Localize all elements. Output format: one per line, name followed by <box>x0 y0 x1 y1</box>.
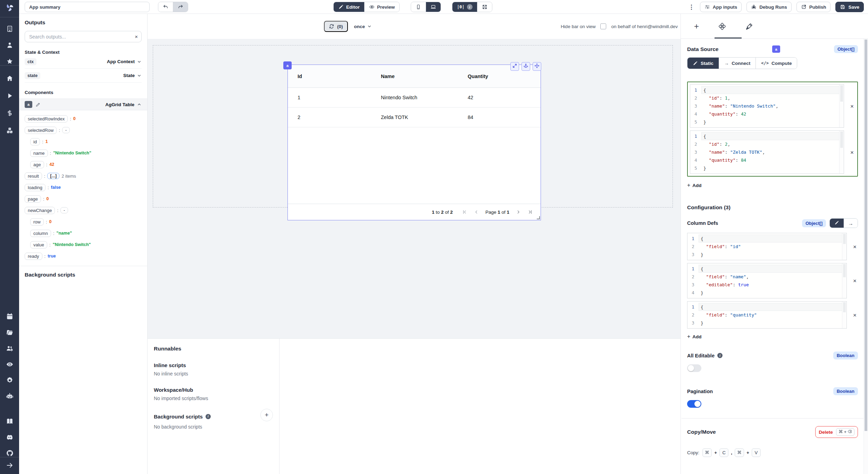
connect-mode-button[interactable]: → <box>844 219 858 228</box>
save-button[interactable]: Save <box>835 2 864 12</box>
column-header-name[interactable]: Name <box>371 74 458 79</box>
runs-icon[interactable] <box>6 92 14 100</box>
panel-scrollbar[interactable] <box>863 39 868 474</box>
delete-component-button[interactable]: Delete + <box>815 426 858 438</box>
hide-bar-checkbox[interactable] <box>600 24 606 29</box>
windmill-logo-icon[interactable] <box>5 3 14 12</box>
folders-icon[interactable] <box>6 329 14 336</box>
output-key-pill[interactable]: loading <box>25 184 45 191</box>
fullscreen-button[interactable] <box>477 2 492 12</box>
output-value[interactable]: - <box>60 207 68 213</box>
ctx-row[interactable]: ctx App Context <box>25 55 142 69</box>
table-cell[interactable]: 2 <box>288 115 371 120</box>
json-editor[interactable]: 12345{ "id": 2, "name": "Zelda TOTK", "q… <box>690 130 844 174</box>
component-id-badge[interactable]: a <box>772 45 780 53</box>
user-icon[interactable] <box>6 41 14 49</box>
pagination-toggle[interactable] <box>687 400 701 408</box>
output-key-pill[interactable]: age <box>30 161 44 168</box>
publish-button[interactable]: Publish <box>796 2 831 12</box>
resources-icon[interactable] <box>6 127 14 134</box>
output-key-pill[interactable]: result <box>25 172 42 180</box>
anchor-component-button[interactable] <box>521 62 530 71</box>
desktop-view-button[interactable] <box>426 2 441 12</box>
redo-button[interactable] <box>173 2 188 12</box>
docs-icon[interactable] <box>6 417 14 425</box>
expand-sidebar-icon[interactable] <box>6 462 14 469</box>
editor-scrollbar[interactable] <box>842 233 846 260</box>
table-cell[interactable]: Nintendo Switch <box>371 95 458 100</box>
output-key-pill[interactable]: column <box>30 230 51 237</box>
output-key-pill[interactable]: newChange <box>25 207 55 214</box>
github-icon[interactable] <box>6 449 14 457</box>
output-key-pill[interactable]: value <box>30 241 47 248</box>
groups-icon[interactable] <box>6 345 14 352</box>
clear-search-icon[interactable]: × <box>135 34 138 40</box>
variables-icon[interactable] <box>6 109 14 117</box>
table-row[interactable]: 2Zelda TOTK84 <box>288 108 541 127</box>
code-lines[interactable]: { "id": 2, "name": "Zelda TOTK", "quanti… <box>701 131 844 173</box>
favorites-icon[interactable] <box>6 58 14 65</box>
settings-icon[interactable] <box>6 376 14 384</box>
table-cell[interactable]: 42 <box>458 95 541 100</box>
workspace-icon[interactable] <box>6 25 14 33</box>
first-page-icon[interactable] <box>462 209 467 215</box>
preview-tab[interactable]: Preview <box>364 2 399 12</box>
home-icon[interactable] <box>6 75 14 82</box>
audit-logs-icon[interactable] <box>6 361 14 368</box>
column-header-id[interactable]: Id <box>288 74 371 79</box>
editor-scrollbar[interactable] <box>839 131 844 173</box>
output-key-pill[interactable]: ready <box>25 253 42 260</box>
table-row[interactable]: 1Nintendo Switch42 <box>288 88 541 108</box>
table-cell[interactable]: 84 <box>458 115 541 120</box>
code-lines[interactable]: { "field": "quantity"} <box>699 302 846 328</box>
prev-page-icon[interactable] <box>474 209 479 215</box>
add-background-script-button[interactable]: + <box>260 409 273 421</box>
aggrid-component[interactable]: a IdNameQuantity 1Nintendo Switch422Zeld… <box>287 65 541 220</box>
component-id-badge[interactable]: a <box>25 101 32 108</box>
remove-item-icon[interactable]: × <box>850 103 854 109</box>
mobile-view-button[interactable] <box>411 2 426 12</box>
styling-tab[interactable] <box>745 23 753 30</box>
schedules-icon[interactable] <box>6 313 14 320</box>
table-cell[interactable]: Zelda TOTK <box>371 115 458 120</box>
refresh-button[interactable]: (0) <box>324 21 348 32</box>
remove-item-icon[interactable]: × <box>853 312 857 318</box>
component-badge[interactable]: a <box>283 61 292 69</box>
add-data-source-item-button[interactable]: + Add <box>687 182 702 188</box>
static-tab[interactable]: Static <box>687 58 719 69</box>
remove-item-icon[interactable]: × <box>850 149 854 155</box>
json-editor[interactable]: 12345{ "id": 1, "name": "Nintendo Switch… <box>690 84 844 128</box>
add-column-def-button[interactable]: + Add <box>687 333 702 340</box>
output-key-pill[interactable]: selectedRowIndex <box>25 115 68 122</box>
table-cell[interactable]: 1 <box>288 95 371 100</box>
undo-button[interactable] <box>158 2 173 12</box>
scrollbar-thumb[interactable] <box>865 40 867 431</box>
insert-component-tab[interactable]: + <box>694 22 699 31</box>
column-header-quantity[interactable]: Quantity <box>458 74 541 79</box>
workers-icon[interactable] <box>6 392 14 400</box>
diff-button[interactable]: |0| i <box>452 2 477 12</box>
remove-item-icon[interactable]: × <box>853 278 857 284</box>
move-component-button[interactable] <box>533 62 541 71</box>
output-value[interactable]: - <box>62 127 70 133</box>
discord-icon[interactable] <box>6 433 14 441</box>
editor-scrollbar[interactable] <box>842 302 846 328</box>
component-settings-tab[interactable] <box>718 23 726 30</box>
last-page-icon[interactable] <box>527 209 533 215</box>
edit-mode-button[interactable] <box>830 219 844 228</box>
app-canvas[interactable]: a IdNameQuantity 1Nintendo Switch422Zeld… <box>148 39 681 338</box>
state-row[interactable]: state State <box>25 69 142 83</box>
json-editor[interactable]: 123{ "field": "id"} <box>687 233 847 260</box>
editor-tab[interactable]: Editor <box>334 2 364 12</box>
resize-handle[interactable] <box>537 216 540 219</box>
connect-tab[interactable]: → Connect <box>719 58 756 69</box>
json-editor[interactable]: 1234{ "field": "name", "editable": true} <box>687 263 847 298</box>
output-key-pill[interactable]: id <box>30 138 40 145</box>
edit-id-icon[interactable] <box>35 102 41 107</box>
refresh-mode-dropdown[interactable]: once <box>354 24 372 29</box>
output-value[interactable]: [...] <box>47 173 59 179</box>
output-key-pill[interactable]: name <box>30 150 48 157</box>
editor-scrollbar[interactable] <box>839 85 844 127</box>
more-menu-icon[interactable]: ⋮ <box>688 3 695 11</box>
code-lines[interactable]: { "id": 1, "name": "Nintendo Switch", "q… <box>701 85 844 127</box>
